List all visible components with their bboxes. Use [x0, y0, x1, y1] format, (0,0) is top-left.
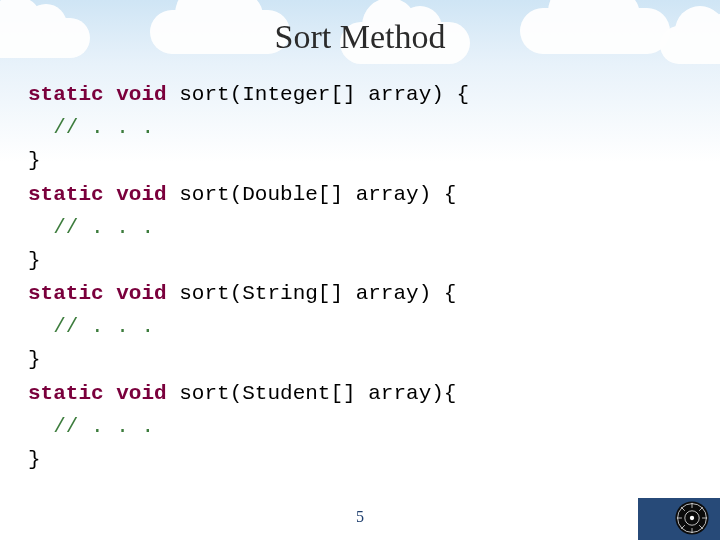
code-comment: // . . . [53, 116, 154, 139]
code-text: sort(String[] array) { [167, 282, 457, 305]
code-text: } [28, 149, 41, 172]
code-text: } [28, 448, 41, 471]
code-comment: // . . . [53, 216, 154, 239]
code-keyword: static void [28, 282, 167, 305]
page-number: 5 [0, 508, 720, 526]
code-keyword: static void [28, 382, 167, 405]
code-text: sort(Integer[] array) { [167, 83, 469, 106]
code-text: sort(Double[] array) { [167, 183, 457, 206]
code-keyword: static void [28, 183, 167, 206]
institution-logo-icon [674, 500, 710, 536]
slide-title: Sort Method [0, 0, 720, 56]
code-comment: // . . . [53, 315, 154, 338]
code-text: } [28, 348, 41, 371]
code-text: } [28, 249, 41, 272]
code-comment: // . . . [53, 415, 154, 438]
code-keyword: static void [28, 83, 167, 106]
code-text: sort(Student[] array){ [167, 382, 457, 405]
code-block: static void sort(Integer[] array) { // .… [28, 78, 720, 476]
svg-point-11 [690, 516, 694, 520]
